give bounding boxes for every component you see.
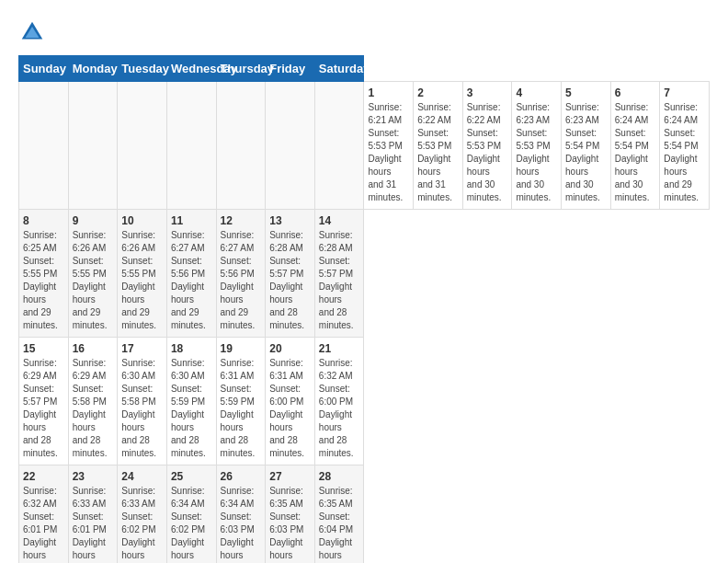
logo: [18, 18, 50, 46]
cell-content: Sunrise: 6:27 AMSunset: 5:56 PMDaylight …: [171, 229, 212, 332]
calendar-cell: 13Sunrise: 6:28 AMSunset: 5:57 PMDayligh…: [266, 210, 315, 338]
cell-content: Sunrise: 6:34 AMSunset: 6:02 PMDaylight …: [171, 485, 212, 563]
day-number: 5: [565, 86, 607, 99]
calendar-cell: [166, 82, 216, 210]
calendar-cell: 3Sunrise: 6:22 AMSunset: 5:53 PMDaylight…: [462, 82, 512, 210]
calendar-cell: 15Sunrise: 6:29 AMSunset: 5:57 PMDayligh…: [19, 338, 69, 465]
cell-content: Sunrise: 6:31 AMSunset: 5:59 PMDaylight …: [221, 357, 262, 460]
day-number: 23: [73, 470, 114, 483]
calendar-week-row: 1Sunrise: 6:21 AMSunset: 5:53 PMDaylight…: [19, 82, 710, 210]
cell-content: Sunrise: 6:24 AMSunset: 5:54 PMDaylight …: [615, 101, 656, 204]
cell-content: Sunrise: 6:28 AMSunset: 5:57 PMDaylight …: [319, 229, 360, 332]
cell-content: Sunrise: 6:28 AMSunset: 5:57 PMDaylight …: [269, 229, 311, 332]
day-number: 17: [121, 342, 163, 355]
calendar-cell: [19, 82, 69, 210]
calendar-cell: 25Sunrise: 6:34 AMSunset: 6:02 PMDayligh…: [166, 465, 216, 564]
day-number: 14: [319, 214, 360, 227]
calendar-header-row: SundayMondayTuesdayWednesdayThursdayFrid…: [19, 56, 710, 82]
calendar-cell: 23Sunrise: 6:33 AMSunset: 6:01 PMDayligh…: [68, 465, 118, 564]
cell-content: Sunrise: 6:23 AMSunset: 5:54 PMDaylight …: [565, 101, 607, 204]
calendar-cell: 4Sunrise: 6:23 AMSunset: 5:53 PMDaylight…: [512, 82, 562, 210]
page-header: [18, 18, 710, 46]
day-number: 8: [23, 214, 64, 227]
calendar-cell: 14Sunrise: 6:28 AMSunset: 5:57 PMDayligh…: [314, 210, 364, 338]
day-number: 2: [417, 86, 459, 99]
day-number: 26: [221, 470, 262, 483]
header-saturday: Saturday: [314, 56, 364, 82]
cell-content: Sunrise: 6:32 AMSunset: 6:01 PMDaylight …: [23, 485, 64, 563]
cell-content: Sunrise: 6:29 AMSunset: 5:58 PMDaylight …: [73, 357, 114, 460]
day-number: 11: [171, 214, 212, 227]
day-number: 12: [221, 214, 262, 227]
calendar-cell: 9Sunrise: 6:26 AMSunset: 5:55 PMDaylight…: [68, 210, 118, 338]
calendar-cell: [314, 82, 364, 210]
cell-content: Sunrise: 6:23 AMSunset: 5:53 PMDaylight …: [516, 101, 557, 204]
calendar-cell: 17Sunrise: 6:30 AMSunset: 5:58 PMDayligh…: [118, 338, 167, 465]
calendar-cell: 26Sunrise: 6:34 AMSunset: 6:03 PMDayligh…: [216, 465, 266, 564]
day-number: 6: [615, 86, 656, 99]
cell-content: Sunrise: 6:30 AMSunset: 5:58 PMDaylight …: [121, 357, 163, 460]
calendar-cell: [68, 82, 118, 210]
cell-content: Sunrise: 6:25 AMSunset: 5:55 PMDaylight …: [23, 229, 64, 332]
day-number: 7: [664, 86, 705, 99]
calendar-cell: 2Sunrise: 6:22 AMSunset: 5:53 PMDaylight…: [414, 82, 463, 210]
day-number: 15: [23, 342, 64, 355]
calendar-cell: 16Sunrise: 6:29 AMSunset: 5:58 PMDayligh…: [68, 338, 118, 465]
calendar-table: SundayMondayTuesdayWednesdayThursdayFrid…: [18, 55, 710, 563]
cell-content: Sunrise: 6:30 AMSunset: 5:59 PMDaylight …: [171, 357, 212, 460]
calendar-week-row: 8Sunrise: 6:25 AMSunset: 5:55 PMDaylight…: [19, 210, 710, 338]
calendar-cell: 11Sunrise: 6:27 AMSunset: 5:56 PMDayligh…: [166, 210, 216, 338]
cell-content: Sunrise: 6:24 AMSunset: 5:54 PMDaylight …: [664, 101, 705, 204]
cell-content: Sunrise: 6:22 AMSunset: 5:53 PMDaylight …: [467, 101, 508, 204]
calendar-cell: 28Sunrise: 6:35 AMSunset: 6:04 PMDayligh…: [314, 465, 364, 564]
calendar-week-row: 15Sunrise: 6:29 AMSunset: 5:57 PMDayligh…: [19, 338, 710, 465]
calendar-cell: 5Sunrise: 6:23 AMSunset: 5:54 PMDaylight…: [562, 82, 611, 210]
header-wednesday: Wednesday: [166, 56, 216, 82]
cell-content: Sunrise: 6:34 AMSunset: 6:03 PMDaylight …: [221, 485, 262, 563]
day-number: 1: [368, 86, 409, 99]
day-number: 27: [269, 470, 311, 483]
cell-content: Sunrise: 6:22 AMSunset: 5:53 PMDaylight …: [417, 101, 459, 204]
calendar-cell: 1Sunrise: 6:21 AMSunset: 5:53 PMDaylight…: [364, 82, 414, 210]
cell-content: Sunrise: 6:33 AMSunset: 6:01 PMDaylight …: [73, 485, 114, 563]
calendar-cell: 20Sunrise: 6:31 AMSunset: 6:00 PMDayligh…: [266, 338, 315, 465]
header-thursday: Thursday: [216, 56, 266, 82]
cell-content: Sunrise: 6:32 AMSunset: 6:00 PMDaylight …: [319, 357, 360, 460]
calendar-cell: 6Sunrise: 6:24 AMSunset: 5:54 PMDaylight…: [610, 82, 660, 210]
day-number: 19: [221, 342, 262, 355]
day-number: 24: [121, 470, 163, 483]
header-monday: Monday: [68, 56, 118, 82]
calendar-cell: 18Sunrise: 6:30 AMSunset: 5:59 PMDayligh…: [166, 338, 216, 465]
cell-content: Sunrise: 6:21 AMSunset: 5:53 PMDaylight …: [368, 101, 409, 204]
calendar-cell: 22Sunrise: 6:32 AMSunset: 6:01 PMDayligh…: [19, 465, 69, 564]
calendar-cell: 8Sunrise: 6:25 AMSunset: 5:55 PMDaylight…: [19, 210, 69, 338]
cell-content: Sunrise: 6:26 AMSunset: 5:55 PMDaylight …: [121, 229, 163, 332]
calendar-cell: 24Sunrise: 6:33 AMSunset: 6:02 PMDayligh…: [118, 465, 167, 564]
day-number: 10: [121, 214, 163, 227]
day-number: 21: [319, 342, 360, 355]
day-number: 16: [73, 342, 114, 355]
day-number: 20: [269, 342, 311, 355]
calendar-cell: 21Sunrise: 6:32 AMSunset: 6:00 PMDayligh…: [314, 338, 364, 465]
day-number: 9: [73, 214, 114, 227]
day-number: 4: [516, 86, 557, 99]
calendar-cell: [266, 82, 315, 210]
calendar-cell: [118, 82, 167, 210]
cell-content: Sunrise: 6:27 AMSunset: 5:56 PMDaylight …: [221, 229, 262, 332]
cell-content: Sunrise: 6:26 AMSunset: 5:55 PMDaylight …: [73, 229, 114, 332]
header-sunday: Sunday: [19, 56, 69, 82]
cell-content: Sunrise: 6:31 AMSunset: 6:00 PMDaylight …: [269, 357, 311, 460]
cell-content: Sunrise: 6:35 AMSunset: 6:03 PMDaylight …: [269, 485, 311, 563]
calendar-cell: 7Sunrise: 6:24 AMSunset: 5:54 PMDaylight…: [660, 82, 710, 210]
header-tuesday: Tuesday: [118, 56, 167, 82]
calendar-cell: 27Sunrise: 6:35 AMSunset: 6:03 PMDayligh…: [266, 465, 315, 564]
day-number: 18: [171, 342, 212, 355]
calendar-cell: [216, 82, 266, 210]
calendar-cell: 10Sunrise: 6:26 AMSunset: 5:55 PMDayligh…: [118, 210, 167, 338]
day-number: 25: [171, 470, 212, 483]
day-number: 22: [23, 470, 64, 483]
calendar-cell: 19Sunrise: 6:31 AMSunset: 5:59 PMDayligh…: [216, 338, 266, 465]
day-number: 28: [319, 470, 360, 483]
cell-content: Sunrise: 6:29 AMSunset: 5:57 PMDaylight …: [23, 357, 64, 460]
day-number: 13: [269, 214, 311, 227]
